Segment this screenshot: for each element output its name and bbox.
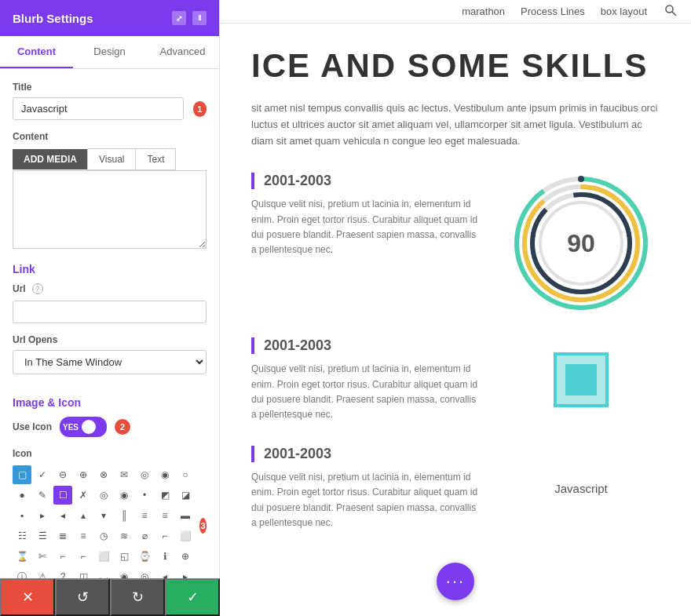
url-opens-select[interactable]: In The Same Window In New Window	[13, 350, 207, 374]
svg-line-1	[672, 12, 676, 16]
year-3: 2001-2003	[251, 446, 479, 462]
icon-cell[interactable]: ✓	[33, 465, 52, 484]
icon-cell[interactable]: ⊕	[74, 465, 93, 484]
icon-cell[interactable]: •	[135, 486, 154, 505]
icon-cell[interactable]: ✄	[33, 547, 52, 566]
box-icon	[554, 352, 609, 407]
icon-cell[interactable]: ≣	[53, 527, 72, 545]
title-input[interactable]	[13, 97, 184, 120]
sidebar: Blurb Settings ⤢ ⫴ Content Design Advanc…	[0, 0, 220, 616]
icon-cell[interactable]: ◉	[155, 465, 174, 484]
process-lines-link[interactable]: Process Lines	[521, 5, 585, 17]
box-layout-link[interactable]: box layout	[601, 5, 647, 17]
icon-title: Javascript	[554, 482, 608, 495]
icon-cell[interactable]: ◪	[176, 486, 195, 505]
icon-cell[interactable]: ≋	[115, 527, 133, 545]
visual-button[interactable]: Visual	[87, 148, 136, 170]
add-media-button[interactable]: ADD MEDIA	[13, 149, 88, 169]
text-button[interactable]: Text	[135, 148, 176, 170]
icon-cell[interactable]: ✉	[115, 465, 133, 484]
donut-chart: 90	[510, 173, 652, 314]
icon-cell[interactable]: ║	[115, 506, 133, 525]
url-opens-label: Url Opens	[13, 334, 207, 345]
icon-cell[interactable]: ◉	[115, 486, 133, 505]
use-icon-toggle[interactable]: YES	[60, 417, 107, 437]
use-icon-row: Use Icon YES 2	[13, 417, 207, 437]
icon-cell[interactable]: ●	[13, 486, 31, 505]
icon-cell[interactable]: ▾	[94, 506, 113, 525]
content-textarea[interactable]	[13, 170, 207, 249]
icon-cell[interactable]: ⊗	[94, 465, 113, 484]
icon-cell[interactable]: ✗	[74, 486, 93, 505]
icon-cell[interactable]: ⬜	[94, 547, 113, 566]
step-2-badge: 2	[115, 419, 130, 435]
icon-cell[interactable]: ◎	[135, 465, 154, 484]
icon-cell[interactable]: ≡	[74, 527, 93, 545]
sidebar-header: Blurb Settings ⤢ ⫴	[0, 0, 219, 36]
redo-button[interactable]: ↻	[110, 578, 165, 616]
columns-icon[interactable]: ⫴	[192, 11, 207, 25]
icon-cell[interactable]: ☷	[13, 527, 31, 545]
tab-design[interactable]: Design	[73, 36, 146, 68]
icon-cell[interactable]: ▪	[13, 506, 31, 525]
icon-cell[interactable]: ◱	[115, 547, 133, 566]
url-help-icon[interactable]: ?	[32, 283, 43, 294]
icon-cell[interactable]: ◎	[94, 486, 113, 505]
icon-cell[interactable]: ▴	[74, 506, 93, 525]
icon-cell[interactable]: ⌛	[13, 547, 31, 566]
toggle-yes-label: YES	[63, 423, 79, 432]
search-icon[interactable]	[663, 4, 678, 20]
tab-content[interactable]: Content	[0, 36, 73, 68]
icon-cell[interactable]: ≡	[135, 506, 154, 525]
body-1: Quisque velit nisi, pretium ut lacinia i…	[251, 197, 479, 257]
icon-cell[interactable]: ⌀	[135, 527, 154, 545]
icon-cell[interactable]: ▸	[33, 506, 52, 525]
image-icon-section-title: Image & Icon	[13, 396, 207, 409]
step-1-badge: 1	[193, 101, 207, 117]
url-row: Url ?	[13, 283, 207, 294]
timeline-section-3: 2001-2003 Quisque velit nisi, pretium ut…	[251, 446, 660, 530]
top-bar: marathon Process Lines box layout	[220, 0, 691, 24]
icon-cell[interactable]: ▬	[176, 506, 195, 525]
confirm-button[interactable]: ✓	[165, 578, 220, 616]
cancel-button[interactable]: ✕	[0, 578, 55, 616]
icon-cell[interactable]: ⬜	[176, 527, 195, 545]
content-field-label: Content	[13, 131, 207, 142]
timeline-section-1: 2001-2003 Quisque velit nisi, pretium ut…	[251, 173, 660, 314]
svg-point-9	[578, 176, 584, 182]
icon-cell-selected[interactable]: ▢	[13, 465, 31, 484]
step-3-badge: 3	[199, 518, 207, 534]
use-icon-label: Use Icon	[13, 421, 52, 432]
icon-cell[interactable]: ⌚	[135, 547, 154, 566]
body-2: Quisque velit nisi, pretium ut lacinia i…	[251, 362, 479, 422]
link-section-title: Link	[13, 263, 207, 275]
url-label: Url	[13, 283, 26, 294]
timeline-text-3: 2001-2003 Quisque velit nisi, pretium ut…	[251, 446, 479, 530]
icon-cell[interactable]: ☰	[33, 527, 52, 545]
sidebar-title: Blurb Settings	[13, 12, 93, 25]
undo-button[interactable]: ↺	[55, 578, 110, 616]
icon-cell[interactable]: ◷	[94, 527, 113, 545]
icon-cell[interactable]: ⌐	[74, 547, 93, 566]
icon-cell[interactable]: ⊖	[53, 465, 72, 484]
icon-cell[interactable]: ⌐	[155, 527, 174, 545]
icon-cell[interactable]: ○	[176, 465, 195, 484]
expand-icon[interactable]: ⤢	[172, 11, 186, 25]
icon-cell[interactable]: ⌐	[53, 547, 72, 566]
fab-button[interactable]: ···	[437, 563, 474, 600]
body-3: Quisque velit nisi, pretium ut lacinia i…	[251, 470, 479, 530]
icon-cell[interactable]: ◩	[155, 486, 174, 505]
tab-advanced[interactable]: Advanced	[146, 36, 219, 68]
sidebar-tabs: Content Design Advanced	[0, 36, 219, 69]
icon-label-area: Javascript	[503, 446, 660, 530]
icon-cell[interactable]: ≡	[155, 506, 174, 525]
url-input[interactable]	[13, 301, 207, 323]
marathon-link[interactable]: marathon	[462, 5, 505, 17]
icon-cell[interactable]: ✎	[33, 486, 52, 505]
icon-cell[interactable]: ◂	[53, 506, 72, 525]
toggle-circle	[82, 420, 96, 434]
icon-cell[interactable]: ⊕	[176, 547, 195, 566]
icon-grid-label: Icon	[13, 448, 207, 459]
icon-cell[interactable]: ℹ	[155, 547, 174, 566]
icon-cell-active[interactable]: ☐	[53, 486, 72, 505]
